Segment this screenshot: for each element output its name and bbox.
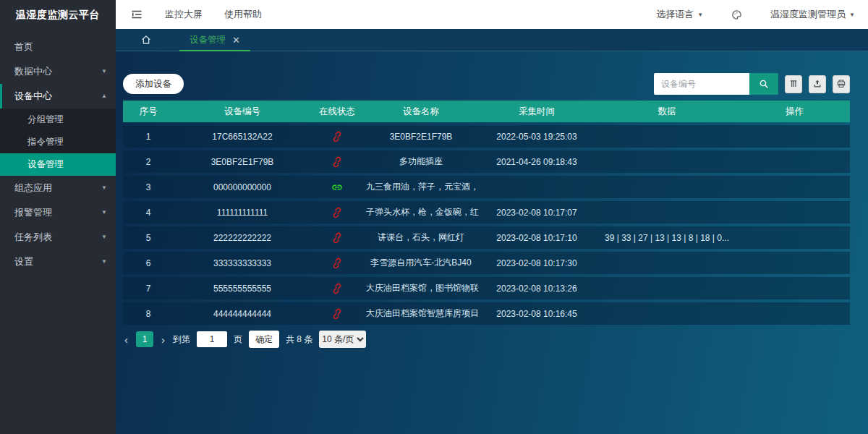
- table-row: 6333333333333 李雪源自用汽车-北汽BJ402023-02-08 1…: [123, 252, 850, 274]
- cell-data: [595, 201, 739, 224]
- header-collect-time: 采集时间: [479, 101, 595, 122]
- tab-close-icon[interactable]: ✕: [232, 35, 240, 45]
- cell-device-id: 111111111111: [174, 201, 311, 224]
- home-icon[interactable]: [140, 34, 152, 46]
- cell-device-name: 多功能插座: [363, 150, 479, 173]
- cell-data: [595, 277, 739, 299]
- cell-index: 6: [123, 252, 174, 274]
- menu-monitor-screen[interactable]: 监控大屏: [165, 8, 203, 21]
- cell-device-id: 555555555555: [174, 277, 311, 299]
- columns-icon: [788, 79, 799, 89]
- table-row: 3000000000000 九三食用油，萍子，元宝酒，...: [123, 176, 850, 198]
- link-broken-icon: [331, 207, 343, 218]
- caret-down-icon: ▼: [101, 225, 107, 250]
- cell-collect-time: 2023-02-08 10:17:07: [479, 201, 595, 224]
- cell-index: 7: [123, 277, 174, 299]
- language-dropdown[interactable]: 选择语言 ▼: [656, 8, 703, 21]
- cell-collect-time: 2023-02-08 10:17:10: [479, 226, 595, 249]
- table-row: 7555555555555 大庆油田档案馆，图书馆物联...2023-02-08…: [123, 277, 850, 299]
- cell-collect-time: 2023-02-08 10:17:30: [479, 252, 595, 274]
- cell-index: 2: [123, 150, 174, 173]
- search-icon: [758, 78, 770, 90]
- sidebar-item-data-center[interactable]: 数据中心 ▼: [0, 59, 116, 84]
- toolbar: 添加设备: [116, 51, 868, 95]
- main-content: 添加设备: [116, 51, 868, 434]
- cell-online-status: [311, 226, 363, 249]
- next-page-icon[interactable]: ›: [160, 334, 166, 345]
- sidebar-item-device-management[interactable]: 设备管理: [0, 153, 116, 176]
- cell-data: [595, 252, 739, 274]
- cell-device-name: 大庆油田档案馆智慧库房项目...: [363, 302, 479, 325]
- printer-icon: [836, 79, 846, 89]
- device-center-submenu: 分组管理 指令管理 设备管理: [0, 109, 116, 176]
- sidebar-item-task-list[interactable]: 任务列表 ▼: [0, 225, 116, 250]
- cell-online-status: [311, 277, 363, 299]
- cell-operation: [739, 176, 850, 198]
- goto-page-input[interactable]: [197, 331, 227, 347]
- add-device-button[interactable]: 添加设备: [123, 74, 184, 94]
- table-row: 8444444444444 大庆油田档案馆智慧库房项目...2023-02-08…: [123, 302, 850, 325]
- export-button[interactable]: [809, 75, 826, 93]
- sidebar-item-home[interactable]: 首页: [0, 35, 116, 59]
- prev-page-icon[interactable]: ‹: [123, 334, 129, 345]
- link-broken-icon: [331, 258, 343, 269]
- caret-down-icon: ▼: [101, 176, 107, 200]
- user-dropdown[interactable]: 温湿度监测管理员 ▼: [770, 8, 855, 21]
- cell-device-id: 222222222222: [174, 226, 311, 249]
- columns-toggle-button[interactable]: [785, 75, 802, 93]
- pagination: ‹ 1 › 到第 页 确定 共 8 条 10 条/页: [123, 331, 868, 348]
- tab-device-management[interactable]: 设备管理 ✕: [179, 29, 250, 51]
- caret-up-icon: ▲: [101, 84, 107, 109]
- cell-device-id: 000000000000: [174, 176, 311, 198]
- header-device-id: 设备编号: [174, 101, 311, 122]
- cell-data: 39 | 33 | 27 | 13 | 13 | 8 | 18 | 0...: [595, 226, 739, 249]
- cell-collect-time: 2021-04-26 09:18:43: [479, 150, 595, 173]
- sidebar-item-settings[interactable]: 设置 ▼: [0, 250, 116, 274]
- cell-device-name: 李雪源自用汽车-北汽BJ40: [363, 252, 479, 274]
- page-size-select[interactable]: 10 条/页: [319, 331, 366, 348]
- cell-device-name: 讲课台，石头，网红灯: [363, 226, 479, 249]
- link-broken-icon: [331, 156, 343, 168]
- page-1-button[interactable]: 1: [136, 331, 153, 347]
- sidebar-item-command-management[interactable]: 指令管理: [0, 131, 116, 153]
- sidebar-item-alarm-management[interactable]: 报警管理 ▼: [0, 200, 116, 225]
- print-button[interactable]: [833, 75, 850, 93]
- cell-index: 4: [123, 201, 174, 224]
- sidebar-item-device-center[interactable]: 设备中心 ▲: [0, 84, 116, 109]
- theme-palette-icon[interactable]: [731, 9, 743, 21]
- sidebar-toggle-icon[interactable]: [130, 8, 143, 21]
- cell-online-status: [311, 176, 363, 198]
- table-header-row: 序号 设备编号 在线状态 设备名称 采集时间 数据 操作: [123, 101, 850, 122]
- header-data: 数据: [595, 101, 739, 122]
- cell-online-status: [311, 125, 363, 148]
- header-device-name: 设备名称: [363, 101, 479, 122]
- goto-confirm-button[interactable]: 确定: [249, 331, 279, 348]
- cell-collect-time: 2023-02-08 10:16:45: [479, 302, 595, 325]
- cell-collect-time: [479, 176, 595, 198]
- cell-operation: [739, 125, 850, 148]
- link-broken-icon: [331, 232, 343, 244]
- cell-index: 8: [123, 302, 174, 325]
- cell-collect-time: 2023-02-08 10:13:26: [479, 277, 595, 299]
- caret-down-icon: ▼: [849, 12, 855, 18]
- sidebar-item-configuration-app[interactable]: 组态应用 ▼: [0, 176, 116, 200]
- sidebar-item-group-management[interactable]: 分组管理: [0, 109, 116, 131]
- cell-device-name: 九三食用油，萍子，元宝酒，...: [363, 176, 479, 198]
- cell-online-status: [311, 302, 363, 325]
- table-row: 5222222222222 讲课台，石头，网红灯2023-02-08 10:17…: [123, 226, 850, 249]
- menu-help[interactable]: 使用帮助: [224, 8, 262, 21]
- cell-operation: [739, 302, 850, 325]
- sidebar: 温湿度监测云平台 首页 数据中心 ▼ 设备中心 ▲ 分组管理 指令管理 设备管理…: [0, 0, 116, 434]
- cell-index: 5: [123, 226, 174, 249]
- search-input[interactable]: [654, 73, 749, 95]
- link-broken-icon: [331, 283, 343, 294]
- export-icon: [812, 79, 822, 89]
- search-button[interactable]: [749, 73, 778, 95]
- cell-device-name: 子弹头水杯，枪，金饭碗，红...: [363, 201, 479, 224]
- cell-device-id: 333333333333: [174, 252, 311, 274]
- cell-device-id: 17C665132A22: [174, 125, 311, 148]
- cell-operation: [739, 201, 850, 224]
- cell-data: [595, 302, 739, 325]
- cell-data: [595, 125, 739, 148]
- cell-data: [595, 150, 739, 173]
